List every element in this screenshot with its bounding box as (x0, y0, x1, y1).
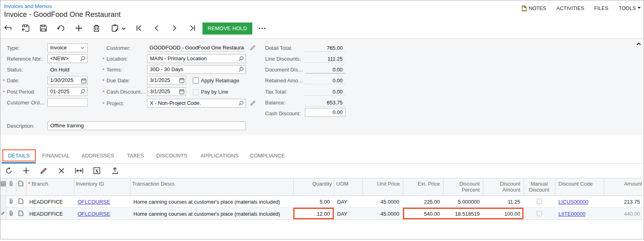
svg-text:X: X (95, 168, 99, 174)
